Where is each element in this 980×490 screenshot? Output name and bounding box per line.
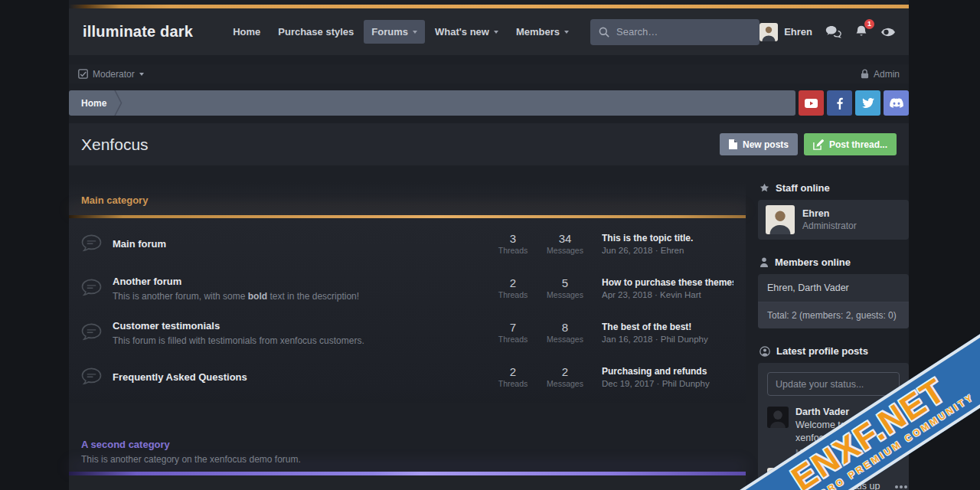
search-icon	[599, 27, 609, 38]
lock-icon	[861, 69, 869, 79]
screenshot-stage: illuminate dark Home Purchase styles For…	[0, 0, 980, 490]
page-title-block: Xenfocus New posts Post thread...	[69, 123, 909, 165]
profile-post-author[interactable]: Darth Vader	[795, 407, 900, 417]
forum-title-link[interactable]: Frequently Asked Questions	[113, 371, 247, 383]
new-posts-button[interactable]: New posts	[720, 133, 798, 155]
profile-post: Ehren This is my status up Nov 19, 2017	[767, 468, 900, 490]
threads-stat: 2 Threads	[487, 365, 539, 388]
chevron-down-icon	[413, 31, 417, 34]
category-main: Main category Main forum 3	[69, 182, 746, 403]
category-description: This is another category on the xenfocus…	[81, 454, 733, 465]
account-menu[interactable]: Ehren	[760, 23, 812, 41]
username: Ehren	[784, 26, 812, 38]
theme-toggle-button[interactable]	[881, 28, 895, 37]
person-icon	[760, 257, 769, 267]
forum-description: This is another forum, with some bold te…	[113, 291, 481, 302]
forum-title-link[interactable]: Main forum	[113, 238, 166, 250]
title-buttons: New posts Post thread...	[720, 133, 897, 155]
sidebar: Staff online Ehren Administrator	[758, 182, 909, 490]
nav-members[interactable]: Members	[508, 20, 577, 44]
members-online-card: Ehren, Darth Vader Total: 2 (members: 2,…	[758, 274, 909, 328]
category-second: A second category This is another catego…	[69, 426, 746, 490]
chevron-down-icon	[139, 73, 144, 76]
category-title-link[interactable]: A second category	[81, 439, 170, 450]
search-box[interactable]	[590, 19, 760, 45]
navbar: illuminate dark Home Purchase styles For…	[69, 8, 909, 55]
facebook-icon	[837, 97, 843, 109]
nav-home[interactable]: Home	[225, 20, 268, 44]
forum-row: Main forum 3 Threads 34 Messages	[69, 221, 746, 266]
moderator-menu[interactable]: Moderator	[78, 69, 144, 80]
profile-posts-card: Darth Vader Welcome to the xenfocus demo…	[758, 363, 909, 490]
profile-post: Darth Vader Welcome to the xenfocus demo…	[767, 407, 900, 457]
staff-member-role: Administrator	[802, 220, 857, 231]
category-header: A second category This is another catego…	[69, 426, 746, 465]
latest-thread-link[interactable]: This is the topic title.	[602, 233, 733, 243]
members-online-names[interactable]: Ehren, Darth Vader	[758, 274, 909, 302]
facebook-button[interactable]	[827, 90, 852, 116]
messages-stat: 2 Messages	[539, 365, 591, 388]
latest-post: Purchasing and refunds Dec 19, 2017 · Ph…	[602, 366, 733, 388]
category-title-link[interactable]: Main category	[81, 194, 148, 206]
breadcrumb: Home	[69, 90, 795, 116]
threads-stat: 7 Threads	[487, 321, 539, 344]
star-icon	[760, 183, 769, 193]
checkbox-icon	[78, 69, 88, 79]
profile-posts-title: Latest profile posts	[776, 345, 868, 357]
ellipsis-menu-icon[interactable]	[895, 485, 898, 488]
profile-post-author[interactable]: Ehren	[795, 468, 880, 479]
search-input[interactable]	[616, 26, 751, 38]
conversations-icon	[825, 25, 841, 39]
latest-thread-link[interactable]: Purchasing and refunds	[602, 366, 733, 377]
forum-bubble-icon	[81, 234, 102, 253]
admin-link[interactable]: Admin	[861, 69, 900, 80]
site-logo[interactable]: illuminate dark	[83, 23, 193, 41]
youtube-button[interactable]	[799, 90, 824, 116]
forum-bubble-icon	[81, 279, 102, 297]
threads-stat: 3 Threads	[487, 232, 539, 255]
breadcrumb-chevron-icon	[114, 90, 122, 116]
twitter-button[interactable]	[855, 90, 880, 116]
profile-posts-section: Latest profile posts Darth Vader Welcome…	[758, 345, 909, 490]
nav-whats-new[interactable]: What's new	[427, 20, 506, 44]
members-online-title: Members online	[775, 256, 851, 268]
alerts-button[interactable]: 1	[854, 24, 868, 39]
conversations-button[interactable]	[825, 25, 841, 39]
staff-member-name[interactable]: Ehren	[802, 208, 857, 219]
forum-bubble-icon	[81, 368, 102, 386]
staff-online-title: Staff online	[776, 182, 830, 194]
chevron-down-icon	[494, 31, 498, 34]
post-thread-button[interactable]: Post thread...	[804, 133, 897, 155]
staff-member-card[interactable]: Ehren Administrator	[758, 200, 909, 240]
profile-post-message: This is my status up	[795, 480, 880, 490]
theme-toggle-eye-icon	[881, 28, 895, 37]
latest-post: This is the topic title. Jun 26, 2018 · …	[602, 233, 733, 255]
forum-bubble-icon	[81, 323, 102, 341]
forum-list	[69, 475, 746, 490]
messages-stat: 34 Messages	[539, 232, 591, 255]
main-content: Main category Main forum 3	[69, 182, 909, 490]
breadcrumb-row: Home	[69, 90, 909, 116]
avatar	[760, 23, 778, 41]
discord-button[interactable]	[884, 90, 909, 116]
user-area: Ehren 1	[760, 23, 895, 41]
forum-row: Another forum This is another forum, wit…	[69, 266, 746, 310]
forum-description: This forum is filled with testimonials f…	[113, 335, 481, 346]
moderator-bar: Moderator Admin	[69, 64, 909, 83]
profile-post-date[interactable]: May 30, 2018	[795, 448, 900, 457]
latest-thread-link[interactable]: The best of the best!	[602, 322, 733, 332]
latest-post: How to purchase these themes Apr 23, 201…	[602, 277, 733, 299]
latest-post: The best of the best! Jan 16, 2018 · Phi…	[602, 322, 733, 344]
forum-title-link[interactable]: Customer testimonials	[113, 320, 220, 332]
forum-title-link[interactable]: Another forum	[113, 276, 181, 287]
breadcrumb-home[interactable]: Home	[69, 98, 114, 109]
forum-row: Customer testimonials This forum is fill…	[69, 310, 746, 354]
nav-purchase-styles[interactable]: Purchase styles	[270, 20, 361, 44]
pencil-icon	[813, 139, 824, 150]
discord-icon	[890, 98, 903, 108]
status-update-input[interactable]	[767, 372, 900, 396]
nav-forums[interactable]: Forums	[364, 20, 425, 44]
alert-count-badge: 1	[864, 19, 874, 29]
forum-column: Main category Main forum 3	[69, 182, 746, 490]
latest-thread-link[interactable]: How to purchase these themes	[602, 277, 733, 288]
